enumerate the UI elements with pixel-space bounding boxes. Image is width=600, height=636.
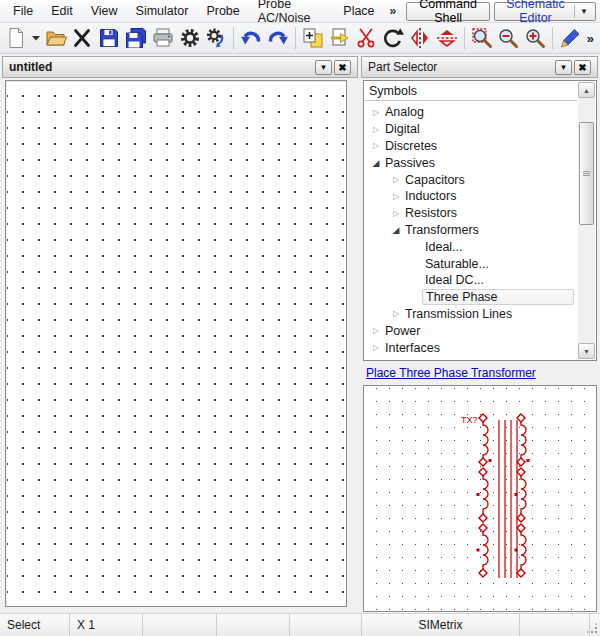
redo-arrow-icon [267, 27, 289, 49]
zoom-area-icon [471, 27, 493, 49]
tree-item-passives[interactable]: ◢Passives [364, 154, 576, 171]
tree-item-digital[interactable]: ▷Digital [364, 121, 576, 138]
part-selector-title: Part Selector [368, 60, 553, 74]
simulator-options-button[interactable] [204, 25, 230, 51]
tree-root-symbols[interactable]: Symbols [364, 81, 577, 101]
status-empty [143, 614, 217, 636]
flip-horizontal-icon [409, 27, 431, 49]
tree-item-transmission-lines[interactable]: ▷Transmission Lines [364, 306, 576, 323]
panel-close-button[interactable]: ✖ [574, 60, 591, 75]
part-selector-panel: Part Selector ▼ ✖ Symbols ▷Analog ▷Digit… [361, 56, 598, 613]
expand-icon[interactable]: ▷ [370, 108, 382, 117]
scroll-down-icon[interactable]: ▼ [578, 343, 595, 359]
printer-icon [152, 27, 174, 49]
paste-button[interactable] [327, 25, 353, 51]
scrollbar-thumb[interactable] [579, 122, 594, 225]
schematic-canvas[interactable] [5, 80, 347, 607]
zoom-in-icon [524, 27, 546, 49]
print-button[interactable] [150, 25, 176, 51]
close-x-icon [71, 27, 93, 49]
menu-edit[interactable]: Edit [42, 2, 82, 20]
toolbar-separator [233, 27, 234, 49]
close-schematic-button[interactable] [70, 25, 96, 51]
expand-icon[interactable]: ▷ [370, 125, 382, 134]
resize-grip[interactable] [590, 614, 600, 636]
tree-item-ideal-dc[interactable]: Ideal DC... [364, 272, 576, 289]
scissors-icon [355, 27, 377, 49]
schematic-editor-selector[interactable]: Schematic Editor ▼ [494, 2, 596, 21]
command-shell-button[interactable]: Command Shell [406, 2, 490, 21]
collapse-icon[interactable]: ◢ [370, 158, 382, 168]
tree-item-ideal[interactable]: Ideal... [364, 238, 576, 255]
expand-icon[interactable]: ▷ [370, 141, 382, 150]
schematic-panel: untitled ▼ ✖ [2, 56, 358, 613]
menu-file[interactable]: File [4, 2, 42, 20]
flip-vertical-icon [436, 27, 458, 49]
undo-button[interactable] [238, 25, 264, 51]
menu-simulator[interactable]: Simulator [127, 2, 198, 20]
scroll-up-icon[interactable]: ▲ [578, 82, 595, 98]
symbols-tree: Symbols ▷Analog ▷Digital ▷Discretes ◢Pas… [363, 80, 597, 361]
resize-grip-icon [587, 623, 598, 634]
gear-sync-icon [205, 27, 227, 49]
menu-place[interactable]: Place [334, 2, 383, 20]
chevron-down-icon [32, 35, 40, 41]
redo-button[interactable] [265, 25, 291, 51]
panel-menu-button[interactable]: ▼ [555, 60, 572, 75]
wire-mode-button[interactable] [557, 25, 583, 51]
copy-button[interactable] [300, 25, 326, 51]
collapse-icon[interactable]: ◢ [390, 225, 402, 235]
status-empty [520, 614, 590, 636]
options-button[interactable] [177, 25, 203, 51]
save-floppy-icon [98, 27, 120, 49]
toolbar-overflow-chevron[interactable]: » [584, 31, 597, 46]
new-schematic-button[interactable] [3, 25, 29, 51]
menu-overflow-chevron[interactable]: » [384, 4, 403, 18]
cut-button[interactable] [353, 25, 379, 51]
tree-item-interfaces[interactable]: ▷Interfaces [364, 339, 576, 356]
tree-item-saturable[interactable]: Saturable... [364, 255, 576, 272]
thumb-grip-icon [583, 171, 590, 176]
scrollbar-track[interactable] [578, 98, 595, 343]
schematic-title-bar: untitled ▼ ✖ [2, 56, 358, 78]
flip-vertical-button[interactable] [434, 25, 460, 51]
zoom-out-button[interactable] [495, 25, 521, 51]
zoom-area-button[interactable] [469, 25, 495, 51]
paste-into-icon [329, 27, 351, 49]
schematic-editor-label: Schematic Editor [502, 0, 569, 25]
zoom-in-button[interactable] [522, 25, 548, 51]
rotate-button[interactable] [380, 25, 406, 51]
new-dropdown-button[interactable] [30, 25, 42, 51]
undo-arrow-icon [240, 27, 262, 49]
tree-item-transformers[interactable]: ◢Transformers [364, 222, 576, 239]
open-folder-icon [45, 27, 67, 49]
menu-view[interactable]: View [82, 2, 127, 20]
tree-item-capacitors[interactable]: ▷Capacitors [364, 171, 576, 188]
panel-close-button[interactable]: ✖ [334, 60, 351, 75]
expand-icon[interactable]: ▷ [370, 343, 382, 352]
tree-item-inductors[interactable]: ▷Inductors [364, 188, 576, 205]
menu-probe[interactable]: Probe [197, 2, 248, 20]
expand-icon[interactable]: ▷ [390, 309, 402, 318]
expand-icon[interactable]: ▷ [390, 209, 402, 218]
zoom-out-icon [497, 27, 519, 49]
save-all-button[interactable] [123, 25, 149, 51]
tree-item-resistors[interactable]: ▷Resistors [364, 205, 576, 222]
tree-item-power[interactable]: ▷Power [364, 322, 576, 339]
save-button[interactable] [96, 25, 122, 51]
main-toolbar: » [0, 23, 600, 54]
rotate-arrow-icon [382, 27, 404, 49]
place-part-link[interactable]: Place Three Phase Transformer [366, 366, 536, 380]
toolbar-separator [295, 27, 296, 49]
tree-scrollbar[interactable]: ▲ ▼ [578, 82, 595, 359]
place-action-row: Place Three Phase Transformer [363, 361, 597, 385]
open-button[interactable] [43, 25, 69, 51]
tree-item-analog[interactable]: ▷Analog [364, 104, 576, 121]
tree-item-three-phase[interactable]: Three Phase [364, 289, 576, 306]
expand-icon[interactable]: ▷ [370, 326, 382, 335]
tree-item-discretes[interactable]: ▷Discretes [364, 138, 576, 155]
flip-horizontal-button[interactable] [407, 25, 433, 51]
expand-icon[interactable]: ▷ [390, 175, 402, 184]
expand-icon[interactable]: ▷ [390, 192, 402, 201]
panel-menu-button[interactable]: ▼ [315, 60, 332, 75]
